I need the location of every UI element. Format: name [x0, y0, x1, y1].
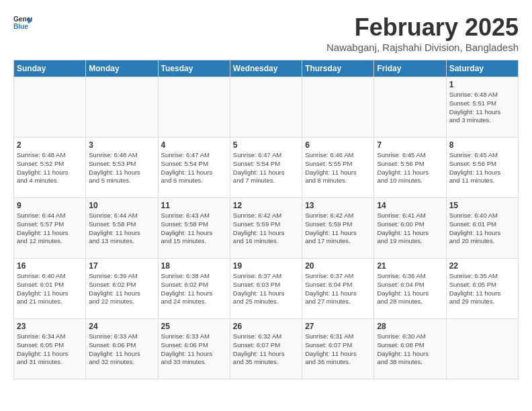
calendar-cell: 13Sunrise: 6:42 AM Sunset: 5:59 PM Dayli… — [302, 198, 374, 259]
day-info: Sunrise: 6:48 AM Sunset: 5:53 PM Dayligh… — [89, 151, 154, 185]
day-info: Sunrise: 6:37 AM Sunset: 6:03 PM Dayligh… — [233, 272, 299, 306]
day-header-thursday: Thursday — [302, 60, 374, 77]
day-number: 19 — [233, 261, 299, 271]
day-info: Sunrise: 6:46 AM Sunset: 5:55 PM Dayligh… — [305, 151, 371, 185]
day-number: 22 — [449, 261, 515, 271]
day-number: 12 — [233, 201, 299, 210]
day-number: 6 — [305, 140, 371, 150]
day-number: 18 — [161, 261, 227, 271]
calendar-cell — [446, 319, 518, 379]
day-header-wednesday: Wednesday — [230, 60, 302, 77]
day-number: 17 — [89, 261, 154, 271]
calendar-cell: 3Sunrise: 6:48 AM Sunset: 5:53 PM Daylig… — [86, 138, 158, 198]
calendar-cell: 9Sunrise: 6:44 AM Sunset: 5:57 PM Daylig… — [14, 198, 86, 259]
day-number: 14 — [377, 201, 443, 210]
calendar-cell: 12Sunrise: 6:42 AM Sunset: 5:59 PM Dayli… — [230, 198, 302, 259]
calendar-cell: 22Sunrise: 6:35 AM Sunset: 6:05 PM Dayli… — [446, 259, 518, 319]
day-number: 13 — [305, 201, 371, 210]
calendar-cell: 11Sunrise: 6:43 AM Sunset: 5:58 PM Dayli… — [158, 198, 230, 259]
logo-icon: General Blue — [13, 13, 32, 32]
header: General Blue February 2025 Nawabganj, Ra… — [13, 13, 519, 53]
calendar-cell: 20Sunrise: 6:37 AM Sunset: 6:04 PM Dayli… — [302, 259, 374, 319]
day-info: Sunrise: 6:40 AM Sunset: 6:01 PM Dayligh… — [17, 272, 83, 306]
day-info: Sunrise: 6:47 AM Sunset: 5:54 PM Dayligh… — [161, 151, 227, 185]
logo: General Blue — [13, 13, 32, 32]
calendar-cell: 1Sunrise: 6:48 AM Sunset: 5:51 PM Daylig… — [446, 77, 518, 138]
day-number: 2 — [17, 140, 83, 150]
day-number: 20 — [305, 261, 371, 271]
day-info: Sunrise: 6:31 AM Sunset: 6:07 PM Dayligh… — [305, 332, 371, 367]
calendar-cell: 18Sunrise: 6:38 AM Sunset: 6:02 PM Dayli… — [158, 259, 230, 319]
calendar-cell: 4Sunrise: 6:47 AM Sunset: 5:54 PM Daylig… — [158, 138, 230, 198]
calendar-cell — [374, 77, 446, 138]
day-info: Sunrise: 6:33 AM Sunset: 6:06 PM Dayligh… — [161, 332, 227, 367]
day-number: 27 — [305, 322, 371, 331]
day-info: Sunrise: 6:43 AM Sunset: 5:58 PM Dayligh… — [161, 212, 227, 246]
day-header-tuesday: Tuesday — [158, 60, 230, 77]
day-number: 26 — [233, 322, 299, 331]
calendar-cell: 8Sunrise: 6:45 AM Sunset: 5:56 PM Daylig… — [446, 138, 518, 198]
svg-text:Blue: Blue — [13, 23, 28, 30]
calendar-body: 1Sunrise: 6:48 AM Sunset: 5:51 PM Daylig… — [14, 77, 519, 379]
calendar-cell: 19Sunrise: 6:37 AM Sunset: 6:03 PM Dayli… — [230, 259, 302, 319]
day-number: 15 — [449, 201, 515, 210]
day-number: 4 — [161, 140, 227, 150]
day-number: 28 — [377, 322, 443, 331]
calendar-header-row: SundayMondayTuesdayWednesdayThursdayFrid… — [14, 60, 519, 77]
calendar-cell: 23Sunrise: 6:34 AM Sunset: 6:05 PM Dayli… — [14, 319, 86, 379]
day-info: Sunrise: 6:33 AM Sunset: 6:06 PM Dayligh… — [89, 332, 154, 367]
day-info: Sunrise: 6:41 AM Sunset: 6:00 PM Dayligh… — [377, 212, 443, 246]
day-number: 8 — [449, 140, 515, 150]
day-info: Sunrise: 6:32 AM Sunset: 6:07 PM Dayligh… — [233, 332, 299, 367]
day-info: Sunrise: 6:42 AM Sunset: 5:59 PM Dayligh… — [233, 212, 299, 246]
calendar-cell: 26Sunrise: 6:32 AM Sunset: 6:07 PM Dayli… — [230, 319, 302, 379]
day-info: Sunrise: 6:35 AM Sunset: 6:05 PM Dayligh… — [449, 272, 515, 306]
calendar-week-4: 16Sunrise: 6:40 AM Sunset: 6:01 PM Dayli… — [14, 259, 519, 319]
day-info: Sunrise: 6:42 AM Sunset: 5:59 PM Dayligh… — [305, 212, 371, 246]
day-info: Sunrise: 6:37 AM Sunset: 6:04 PM Dayligh… — [305, 272, 371, 306]
day-info: Sunrise: 6:48 AM Sunset: 5:51 PM Dayligh… — [449, 91, 515, 125]
calendar-cell: 16Sunrise: 6:40 AM Sunset: 6:01 PM Dayli… — [14, 259, 86, 319]
calendar-week-5: 23Sunrise: 6:34 AM Sunset: 6:05 PM Dayli… — [14, 319, 519, 379]
day-number: 11 — [161, 201, 227, 210]
calendar-cell: 17Sunrise: 6:39 AM Sunset: 6:02 PM Dayli… — [86, 259, 158, 319]
day-number: 25 — [161, 322, 227, 331]
day-number: 5 — [233, 140, 299, 150]
day-number: 3 — [89, 140, 154, 150]
day-number: 21 — [377, 261, 443, 271]
day-number: 23 — [17, 322, 83, 331]
day-number: 16 — [17, 261, 83, 271]
day-info: Sunrise: 6:44 AM Sunset: 5:57 PM Dayligh… — [17, 212, 83, 246]
day-info: Sunrise: 6:39 AM Sunset: 6:02 PM Dayligh… — [89, 272, 154, 306]
calendar-cell: 25Sunrise: 6:33 AM Sunset: 6:06 PM Dayli… — [158, 319, 230, 379]
calendar-cell — [230, 77, 302, 138]
day-info: Sunrise: 6:40 AM Sunset: 6:01 PM Dayligh… — [449, 212, 515, 246]
calendar-cell: 21Sunrise: 6:36 AM Sunset: 6:04 PM Dayli… — [374, 259, 446, 319]
calendar-cell: 15Sunrise: 6:40 AM Sunset: 6:01 PM Dayli… — [446, 198, 518, 259]
day-info: Sunrise: 6:45 AM Sunset: 5:56 PM Dayligh… — [449, 151, 515, 185]
day-number: 7 — [377, 140, 443, 150]
day-info: Sunrise: 6:34 AM Sunset: 6:05 PM Dayligh… — [17, 332, 83, 367]
day-info: Sunrise: 6:30 AM Sunset: 6:08 PM Dayligh… — [377, 332, 443, 367]
month-title: February 2025 — [326, 13, 519, 42]
calendar-cell: 2Sunrise: 6:48 AM Sunset: 5:52 PM Daylig… — [14, 138, 86, 198]
day-info: Sunrise: 6:47 AM Sunset: 5:54 PM Dayligh… — [233, 151, 299, 185]
calendar-week-1: 1Sunrise: 6:48 AM Sunset: 5:51 PM Daylig… — [14, 77, 519, 138]
calendar-cell: 14Sunrise: 6:41 AM Sunset: 6:00 PM Dayli… — [374, 198, 446, 259]
day-info: Sunrise: 6:38 AM Sunset: 6:02 PM Dayligh… — [161, 272, 227, 306]
day-header-saturday: Saturday — [446, 60, 518, 77]
day-header-friday: Friday — [374, 60, 446, 77]
title-area: February 2025 Nawabganj, Rajshahi Divisi… — [326, 13, 519, 53]
calendar-cell: 24Sunrise: 6:33 AM Sunset: 6:06 PM Dayli… — [86, 319, 158, 379]
day-info: Sunrise: 6:44 AM Sunset: 5:58 PM Dayligh… — [89, 212, 154, 246]
calendar-cell: 5Sunrise: 6:47 AM Sunset: 5:54 PM Daylig… — [230, 138, 302, 198]
calendar-cell — [302, 77, 374, 138]
calendar-cell — [86, 77, 158, 138]
day-number: 9 — [17, 201, 83, 210]
calendar-cell — [158, 77, 230, 138]
calendar-table: SundayMondayTuesdayWednesdayThursdayFrid… — [13, 60, 519, 379]
calendar-cell — [14, 77, 86, 138]
day-number: 1 — [449, 80, 515, 89]
calendar-week-2: 2Sunrise: 6:48 AM Sunset: 5:52 PM Daylig… — [14, 138, 519, 198]
day-number: 10 — [89, 201, 154, 210]
